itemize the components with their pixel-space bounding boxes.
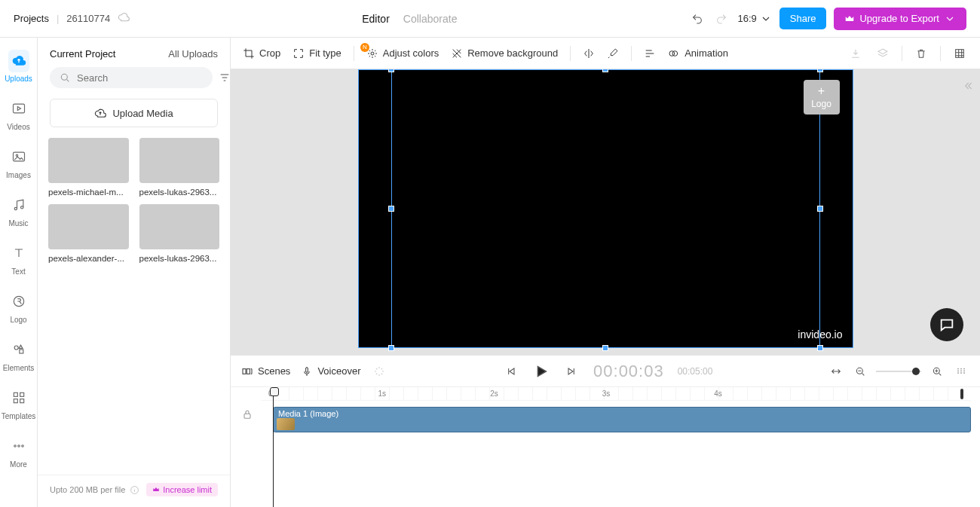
collapse-right-panel[interactable]: [962, 80, 974, 95]
zoom-in-button[interactable]: [929, 363, 945, 380]
scenes-label: Scenes: [258, 365, 290, 377]
resize-handle[interactable]: [388, 69, 394, 72]
mic-icon: [301, 365, 313, 377]
media-item[interactable]: pexels-lukas-2963...: [139, 138, 220, 197]
chevron-down-icon: [944, 13, 956, 25]
play-button[interactable]: [533, 363, 550, 380]
more-icon: [11, 438, 26, 454]
upload-media-button[interactable]: Upload Media: [50, 99, 218, 127]
next-button[interactable]: [563, 363, 580, 380]
timeline[interactable]: 0s 1s 2s 3s 4s Media 1 (Image): [231, 386, 980, 507]
svg-point-12: [14, 445, 16, 447]
rail-text[interactable]: Text: [0, 237, 37, 282]
resize-handle[interactable]: [388, 206, 394, 212]
tab-collaborate[interactable]: Collaborate: [403, 13, 458, 25]
resize-handle[interactable]: [817, 206, 823, 212]
svg-point-13: [17, 445, 20, 447]
svg-point-6: [14, 346, 18, 350]
download-frame-button[interactable]: [847, 45, 864, 62]
media-item[interactable]: pexels-alexander-...: [48, 204, 129, 263]
templates-icon: [11, 390, 26, 405]
rail-uploads[interactable]: Uploads: [0, 44, 37, 89]
upgrade-button[interactable]: Upgrade to Export: [834, 8, 966, 30]
align-button[interactable]: [644, 47, 656, 60]
breadcrumb-projects[interactable]: Projects: [14, 13, 49, 24]
svg-point-2: [16, 154, 18, 157]
current-time: 00:00:03: [593, 362, 664, 381]
tab-editor[interactable]: Editor: [362, 13, 390, 25]
magic-button[interactable]: [371, 363, 387, 380]
svg-rect-26: [244, 414, 250, 418]
resize-handle[interactable]: [602, 345, 608, 351]
toolbar-separator: [902, 46, 902, 61]
upload-limit-note: Upto 200 MB per file: [50, 485, 125, 494]
playbar-right: [828, 363, 969, 380]
search-box[interactable]: [50, 67, 213, 88]
lane-lock-icon[interactable]: [241, 408, 253, 423]
timeline-clip[interactable]: Media 1 (Image): [273, 407, 971, 432]
layer-button[interactable]: [874, 45, 891, 62]
rail-label: Templates: [2, 412, 36, 420]
fit-type-button[interactable]: Fit type: [292, 47, 341, 60]
rail-label: Uploads: [5, 75, 32, 83]
media-item[interactable]: pexels-lukas-2963...: [139, 204, 220, 263]
logo-placeholder[interactable]: + Logo: [804, 80, 840, 115]
tab-current-project[interactable]: Current Project: [50, 48, 115, 60]
timeline-end[interactable]: [960, 389, 963, 399]
scenes-icon: [241, 365, 253, 377]
aspect-ratio-select[interactable]: 16:9: [737, 13, 771, 25]
grid-toggle-button[interactable]: [951, 45, 968, 62]
help-chat-button[interactable]: [930, 308, 963, 341]
editor-area: Crop Fit type Adjust colors Remove backg…: [231, 38, 980, 507]
flip-button[interactable]: [583, 47, 595, 60]
tab-all-uploads[interactable]: All Uploads: [168, 48, 218, 60]
rail-elements[interactable]: Elements: [0, 333, 37, 378]
filter-button[interactable]: [219, 69, 231, 86]
remove-bg-button[interactable]: Remove background: [451, 47, 558, 60]
adjust-colors-button[interactable]: Adjust colors: [366, 47, 439, 60]
info-icon[interactable]: [130, 485, 139, 495]
search-input[interactable]: [77, 72, 204, 84]
animation-button[interactable]: Animation: [668, 47, 728, 60]
toolbar-separator: [631, 46, 632, 61]
resize-handle[interactable]: [388, 345, 394, 351]
voiceover-label: Voiceover: [317, 365, 360, 377]
prev-button[interactable]: [503, 363, 519, 380]
timeline-settings-button[interactable]: [953, 363, 969, 380]
fit-width-button[interactable]: [828, 363, 844, 380]
removebg-label: Remove background: [467, 47, 558, 59]
ruler-mark: 3s: [602, 389, 611, 398]
undo-button[interactable]: [689, 11, 706, 27]
rail-more[interactable]: More: [0, 429, 37, 475]
rail-templates[interactable]: Templates: [0, 381, 37, 426]
delete-button[interactable]: [913, 45, 929, 62]
color-picker-button[interactable]: [607, 47, 619, 60]
breadcrumb-project-id[interactable]: 26110774: [66, 13, 110, 24]
playhead[interactable]: [273, 389, 274, 507]
clip-thumbnail: [277, 418, 295, 430]
rail-label: Logo: [10, 316, 26, 324]
side-rail: Uploads Videos Images Music Text Logo El…: [0, 38, 38, 507]
crop-button[interactable]: Crop: [243, 47, 280, 60]
zoom-out-button[interactable]: [852, 363, 868, 380]
video-canvas[interactable]: + Logo invideo.io: [358, 69, 853, 348]
media-item[interactable]: pexels-michael-m...: [48, 138, 129, 197]
resize-handle[interactable]: [817, 345, 823, 351]
scenes-toggle[interactable]: Scenes: [241, 365, 290, 377]
timeline-ruler[interactable]: 0s 1s 2s 3s 4s: [261, 387, 971, 401]
cloud-sync-icon: [118, 11, 130, 26]
canvas-area[interactable]: + Logo invideo.io: [231, 69, 980, 355]
increase-limit-button[interactable]: Increase limit: [146, 483, 218, 496]
rail-music[interactable]: Music: [0, 188, 37, 234]
resize-handle[interactable]: [602, 69, 608, 72]
voiceover-button[interactable]: Voiceover: [301, 365, 360, 377]
rail-logo[interactable]: Logo: [0, 285, 37, 330]
zoom-slider[interactable]: [876, 371, 921, 372]
chevron-down-icon: [760, 13, 772, 25]
resize-handle[interactable]: [817, 69, 823, 72]
share-button[interactable]: Share: [779, 8, 827, 29]
redo-button[interactable]: [713, 11, 730, 27]
rail-videos[interactable]: Videos: [0, 92, 37, 137]
svg-rect-0: [13, 104, 24, 113]
rail-images[interactable]: Images: [0, 140, 37, 185]
